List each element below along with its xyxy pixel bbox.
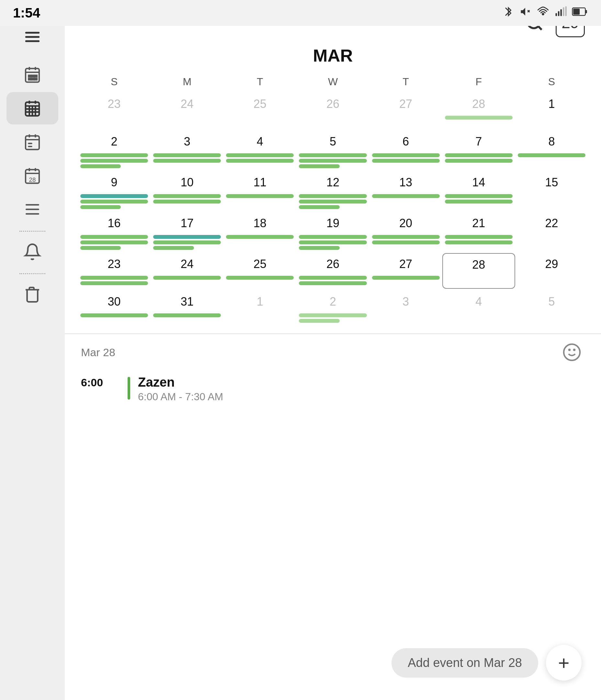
cal-day-2[interactable]: 2 <box>78 131 151 170</box>
trash-icon <box>23 285 42 303</box>
cal-day-18[interactable]: 18 <box>224 212 296 251</box>
cal-day-6[interactable]: 6 <box>369 131 442 170</box>
cal-day-25-prev[interactable]: 25 <box>224 93 296 129</box>
event-bar <box>80 314 148 317</box>
add-event-pill[interactable]: Add event on Mar 28 <box>391 648 538 678</box>
events-date-label: Mar 28 <box>81 346 115 359</box>
event-bar <box>299 153 367 157</box>
wifi-icon <box>536 6 550 20</box>
cal-day-4[interactable]: 4 <box>224 131 296 170</box>
svg-rect-23 <box>35 78 37 80</box>
sidebar-item-reminders[interactable] <box>6 235 58 268</box>
cal-day-24-prev[interactable]: 24 <box>151 93 224 129</box>
cal-day-9[interactable]: 9 <box>78 171 151 210</box>
cal-day-16[interactable]: 16 <box>78 212 151 251</box>
cal-day-20[interactable]: 20 <box>369 212 442 251</box>
tasks-icon <box>23 200 42 219</box>
svg-rect-10 <box>573 8 580 14</box>
cal-day-1-next[interactable]: 1 <box>224 291 296 326</box>
cal-day-31[interactable]: 31 <box>151 291 224 326</box>
cal-day-2-next[interactable]: 2 <box>296 291 369 326</box>
sidebar-item-calendar-month[interactable] <box>6 92 58 124</box>
cal-week-1: 23 24 25 26 27 28 1 <box>78 93 588 129</box>
cal-day-3-next[interactable]: 3 <box>369 291 442 326</box>
sidebar-divider <box>20 231 45 232</box>
cal-day-19[interactable]: 19 <box>296 212 369 251</box>
cal-day-27[interactable]: 27 <box>369 253 442 289</box>
cal-day-1[interactable]: 1 <box>515 93 588 129</box>
svg-line-46 <box>538 26 542 30</box>
sidebar-item-tasks[interactable] <box>6 193 58 226</box>
cal-day-30[interactable]: 30 <box>78 291 151 326</box>
cal-day-27-prev[interactable]: 27 <box>369 93 442 129</box>
cal-day-15[interactable]: 15 <box>515 171 588 210</box>
event-subtitle: 6:00 AM - 7:30 AM <box>138 391 223 403</box>
event-bar <box>299 205 339 209</box>
event-bar <box>299 164 339 168</box>
cal-day-25[interactable]: 25 <box>224 253 296 289</box>
cal-day-21[interactable]: 21 <box>442 212 515 251</box>
event-bar <box>372 194 440 198</box>
sidebar-divider-2 <box>20 273 45 274</box>
cal-day-17[interactable]: 17 <box>151 212 224 251</box>
event-bar <box>153 241 221 244</box>
event-bar <box>445 194 513 198</box>
cal-day-14[interactable]: 14 <box>442 171 515 210</box>
event-bar <box>299 194 367 198</box>
event-item[interactable]: 6:00 Zazen 6:00 AM - 7:30 AM <box>81 375 585 403</box>
menu-button[interactable] <box>20 26 45 52</box>
event-bar <box>445 200 513 203</box>
cal-day-28-prev[interactable]: 28 <box>442 93 515 129</box>
cal-day-28[interactable]: 28 <box>442 253 515 289</box>
cal-day-5[interactable]: 5 <box>296 131 369 170</box>
cal-day-10[interactable]: 10 <box>151 171 224 210</box>
svg-rect-22 <box>32 78 34 80</box>
event-bar <box>299 159 367 163</box>
svg-rect-33 <box>26 136 39 149</box>
cal-day-11[interactable]: 11 <box>224 171 296 210</box>
event-bar <box>153 314 221 317</box>
hamburger-icon <box>24 28 41 49</box>
sidebar-item-trash[interactable] <box>6 278 58 310</box>
cal-day-4-next[interactable]: 4 <box>442 291 515 326</box>
svg-rect-20 <box>35 75 37 77</box>
emoji-button[interactable] <box>559 339 585 365</box>
calendar-month-title: MAR <box>78 45 588 66</box>
event-details: Zazen 6:00 AM - 7:30 AM <box>138 375 223 403</box>
svg-rect-4 <box>558 11 559 16</box>
cal-day-23[interactable]: 23 <box>78 253 151 289</box>
cal-day-13[interactable]: 13 <box>369 171 442 210</box>
cal-day-7[interactable]: 7 <box>442 131 515 170</box>
event-bar <box>153 276 221 280</box>
weekday-f: F <box>442 73 515 91</box>
svg-rect-5 <box>560 9 562 16</box>
sidebar-item-calendar-day[interactable]: 28 <box>6 159 58 192</box>
add-button[interactable]: + <box>546 645 581 680</box>
event-bar <box>372 241 440 244</box>
battery-icon <box>572 6 588 20</box>
event-bar <box>518 153 585 157</box>
event-bar <box>445 153 513 157</box>
event-bar <box>445 235 513 239</box>
mute-icon <box>519 6 531 20</box>
event-bar <box>226 159 294 163</box>
cal-day-3[interactable]: 3 <box>151 131 224 170</box>
cal-day-23-prev[interactable]: 23 <box>78 93 151 129</box>
cal-day-22[interactable]: 22 <box>515 212 588 251</box>
sidebar-item-calendar-year[interactable] <box>6 58 58 91</box>
cal-day-26-prev[interactable]: 26 <box>296 93 369 129</box>
cal-day-29[interactable]: 29 <box>515 253 588 289</box>
svg-rect-9 <box>585 10 587 13</box>
bluetooth-icon <box>502 6 514 20</box>
cal-day-24[interactable]: 24 <box>151 253 224 289</box>
cal-day-5-next[interactable]: 5 <box>515 291 588 326</box>
svg-rect-3 <box>556 13 557 16</box>
event-bar <box>153 194 221 198</box>
sidebar-item-calendar-week[interactable] <box>6 126 58 158</box>
cal-day-12[interactable]: 12 <box>296 171 369 210</box>
cal-day-8[interactable]: 8 <box>515 131 588 170</box>
event-bar <box>372 153 440 157</box>
cal-week-2: 2 3 4 <box>78 131 588 170</box>
cal-day-26[interactable]: 26 <box>296 253 369 289</box>
event-bar <box>299 235 367 239</box>
